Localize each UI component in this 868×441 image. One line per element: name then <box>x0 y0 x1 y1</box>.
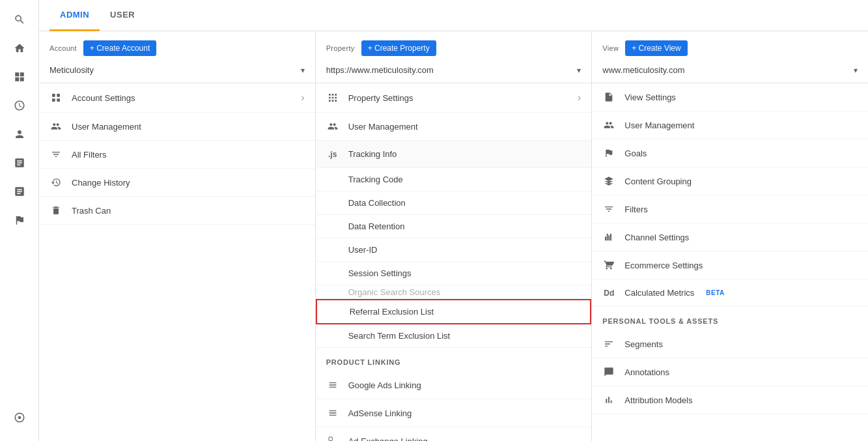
menu-item-goals[interactable]: Goals <box>592 139 868 167</box>
goals-label: Goals <box>624 149 647 158</box>
property-selected: https://www.meticulosity.com <box>326 65 578 75</box>
menu-item-channel-settings[interactable]: Channel Settings <box>592 223 868 251</box>
settings-icon <box>326 92 339 103</box>
menu-item-annotations[interactable]: Annotations <box>592 358 868 386</box>
ecommerce-settings-label: Ecommerce Settings <box>624 261 703 270</box>
menu-item-user-management-property[interactable]: User Management <box>316 113 592 141</box>
sub-item-search-term-exclusion[interactable]: Search Term Exclusion List <box>316 324 592 348</box>
report-icon[interactable] <box>7 178 33 205</box>
sub-item-organic-search[interactable]: Organic Search Sources <box>316 285 592 299</box>
property-settings-arrow: › <box>578 92 581 104</box>
menu-item-calculated-metrics[interactable]: Dd Calculated Metrics BETA <box>592 279 868 307</box>
segments-label: Segments <box>624 339 663 349</box>
account-settings-arrow: › <box>301 92 304 104</box>
view-label: View <box>602 44 619 52</box>
clock-icon[interactable] <box>7 92 33 119</box>
property-dropdown-row[interactable]: https://www.meticulosity.com ▾ <box>316 63 592 83</box>
goal-icon[interactable] <box>7 150 33 176</box>
menu-item-trash-can[interactable]: Trash Can <box>39 197 315 225</box>
view-header: View + Create View <box>592 31 868 63</box>
sub-item-referral-exclusion[interactable]: Referral Exclusion List <box>316 299 592 324</box>
menu-item-adsense[interactable]: AdSense Linking <box>316 399 592 427</box>
menu-item-account-settings[interactable]: Account Settings › <box>39 83 315 113</box>
segments-icon <box>602 339 615 349</box>
create-account-button[interactable]: + Create Account <box>83 40 156 56</box>
sub-item-session-settings[interactable]: Session Settings <box>316 262 592 285</box>
filter-icon-account <box>49 149 63 160</box>
people-icon-property <box>326 121 339 132</box>
account-dropdown-arrow: ▾ <box>301 66 305 75</box>
channel-settings-label: Channel Settings <box>624 233 689 242</box>
menu-item-user-management-view[interactable]: User Management <box>592 111 868 139</box>
account-dropdown-row[interactable]: Meticulosity ▾ <box>39 63 315 83</box>
view-column: View + Create View www.meticulosity.com … <box>592 31 868 441</box>
people-icon-view <box>602 120 615 130</box>
adsense-label: AdSense Linking <box>348 408 412 418</box>
sub-item-data-collection[interactable]: Data Collection <box>316 192 592 215</box>
tab-user[interactable]: USER <box>100 0 145 31</box>
doc-icon <box>602 92 615 102</box>
menu-item-attribution-models[interactable]: Attribution Models <box>592 386 868 414</box>
user-management-view-label: User Management <box>624 121 694 130</box>
menu-item-view-settings[interactable]: View Settings <box>592 83 868 111</box>
history-icon <box>49 177 63 188</box>
account-settings-label: Account Settings <box>72 93 135 103</box>
left-sidebar <box>0 0 39 441</box>
sub-item-tracking-code[interactable]: Tracking Code <box>316 168 592 192</box>
svg-point-1 <box>18 416 21 420</box>
people-icon-account <box>49 121 63 132</box>
google-ads-label: Google Ads Linking <box>348 380 421 390</box>
person-icon[interactable] <box>7 121 33 147</box>
menu-item-user-management-account[interactable]: User Management <box>39 113 315 141</box>
menu-item-ad-exchange[interactable]: Ad Exchange Linking <box>316 427 592 441</box>
property-header: Property + Create Property <box>316 31 592 63</box>
sub-item-data-retention[interactable]: Data Retention <box>316 215 592 238</box>
menu-item-tracking-info[interactable]: .js Tracking Info <box>316 141 592 168</box>
user-management-account-label: User Management <box>72 122 141 132</box>
ecommerce-icon <box>602 260 615 270</box>
discover-icon[interactable] <box>7 405 33 431</box>
svg-rect-2 <box>329 437 332 440</box>
content-grouping-label: Content Grouping <box>624 177 692 186</box>
sub-item-user-id[interactable]: User-ID <box>316 238 592 262</box>
menu-item-segments[interactable]: Segments <box>592 330 868 358</box>
google-ads-icon <box>326 380 339 390</box>
menu-item-filters-view[interactable]: Filters <box>592 195 868 223</box>
filter-icon-view <box>602 204 615 214</box>
dashboard-icon[interactable] <box>7 64 33 90</box>
view-selected: www.meticulosity.com <box>602 65 854 75</box>
tab-admin[interactable]: ADMIN <box>49 0 100 31</box>
grid-icon <box>49 92 63 103</box>
menu-item-change-history[interactable]: Change History <box>39 169 315 197</box>
adsense-icon <box>326 408 339 418</box>
create-view-button[interactable]: + Create View <box>625 40 688 56</box>
product-linking-label: PRODUCT LINKING <box>316 348 592 371</box>
change-history-label: Change History <box>72 178 130 188</box>
filters-view-label: Filters <box>624 205 647 214</box>
calculated-metrics-label: Calculated Metrics <box>624 288 694 298</box>
menu-item-ecommerce-settings[interactable]: Ecommerce Settings <box>592 251 868 279</box>
tracking-info-label: Tracking Info <box>348 149 397 159</box>
home-icon[interactable] <box>7 35 33 61</box>
trash-can-label: Trash Can <box>72 206 111 216</box>
menu-item-property-settings[interactable]: Property Settings › <box>316 83 592 113</box>
view-dropdown-row[interactable]: www.meticulosity.com ▾ <box>592 63 868 83</box>
view-dropdown-arrow: ▾ <box>854 66 858 75</box>
account-column: Account + Create Account Meticulosity ▾ … <box>39 31 316 441</box>
flag-icon[interactable] <box>7 207 33 233</box>
trash-icon <box>49 205 63 216</box>
menu-item-all-filters[interactable]: All Filters <box>39 141 315 169</box>
property-settings-label: Property Settings <box>348 93 413 103</box>
search-icon[interactable] <box>7 7 33 33</box>
create-property-button[interactable]: + Create Property <box>361 40 436 56</box>
annotations-icon <box>602 367 615 377</box>
js-icon: .js <box>326 150 339 159</box>
property-dropdown-arrow: ▾ <box>577 66 581 75</box>
menu-item-content-grouping[interactable]: Content Grouping <box>592 167 868 195</box>
view-settings-label: View Settings <box>624 92 676 102</box>
user-management-property-label: User Management <box>348 122 418 132</box>
menu-item-google-ads[interactable]: Google Ads Linking <box>316 371 592 399</box>
channel-settings-icon <box>602 232 615 242</box>
account-selected: Meticulosity <box>49 65 301 75</box>
account-header: Account + Create Account <box>39 31 315 63</box>
